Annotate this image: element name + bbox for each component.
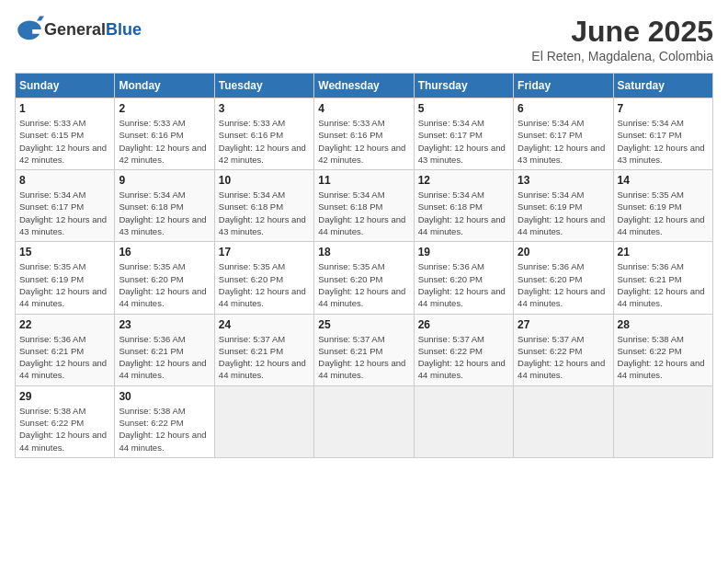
day-number: 17 (219, 246, 310, 259)
day-number: 29 (19, 390, 110, 403)
calendar-day-cell: 21Sunrise: 5:36 AM Sunset: 6:21 PM Dayli… (613, 242, 712, 314)
calendar-day-cell (613, 385, 712, 457)
day-info: Sunrise: 5:38 AM Sunset: 6:22 PM Dayligh… (19, 405, 110, 454)
day-number: 28 (618, 318, 709, 331)
title-area: June 2025 El Reten, Magdalena, Colombia (531, 15, 713, 63)
day-info: Sunrise: 5:35 AM Sunset: 6:20 PM Dayligh… (318, 260, 409, 309)
calendar-day-cell: 7Sunrise: 5:34 AM Sunset: 6:17 PM Daylig… (613, 98, 712, 170)
day-info: Sunrise: 5:35 AM Sunset: 6:19 PM Dayligh… (19, 260, 110, 309)
day-number: 18 (318, 246, 409, 259)
calendar-day-cell (314, 385, 414, 457)
weekday-header-tuesday: Tuesday (214, 74, 313, 98)
day-number: 3 (219, 102, 310, 115)
calendar-day-cell: 1Sunrise: 5:33 AM Sunset: 6:15 PM Daylig… (16, 98, 115, 170)
day-info: Sunrise: 5:37 AM Sunset: 6:21 PM Dayligh… (219, 333, 310, 382)
weekday-header-monday: Monday (115, 74, 214, 98)
day-number: 24 (219, 318, 310, 331)
day-number: 4 (318, 102, 409, 115)
calendar-table: SundayMondayTuesdayWednesdayThursdayFrid… (15, 73, 713, 458)
day-info: Sunrise: 5:34 AM Sunset: 6:17 PM Dayligh… (618, 117, 709, 166)
weekday-header-thursday: Thursday (414, 74, 513, 98)
day-info: Sunrise: 5:34 AM Sunset: 6:17 PM Dayligh… (518, 117, 609, 166)
calendar-day-cell: 5Sunrise: 5:34 AM Sunset: 6:17 PM Daylig… (414, 98, 513, 170)
calendar-day-cell: 28Sunrise: 5:38 AM Sunset: 6:22 PM Dayli… (613, 314, 712, 385)
month-title: June 2025 (531, 15, 713, 49)
location-title: El Reten, Magdalena, Colombia (531, 49, 713, 63)
calendar-day-cell: 3Sunrise: 5:33 AM Sunset: 6:16 PM Daylig… (214, 98, 313, 170)
day-info: Sunrise: 5:34 AM Sunset: 6:18 PM Dayligh… (119, 189, 210, 237)
calendar-day-cell (214, 385, 313, 457)
day-number: 22 (19, 318, 110, 331)
day-info: Sunrise: 5:33 AM Sunset: 6:15 PM Dayligh… (19, 117, 110, 166)
weekday-header-saturday: Saturday (613, 74, 712, 98)
day-number: 9 (119, 174, 210, 187)
calendar-day-cell: 2Sunrise: 5:33 AM Sunset: 6:16 PM Daylig… (115, 98, 214, 170)
calendar-day-cell: 18Sunrise: 5:35 AM Sunset: 6:20 PM Dayli… (314, 242, 414, 314)
calendar-week-row: 1Sunrise: 5:33 AM Sunset: 6:15 PM Daylig… (16, 98, 713, 170)
calendar-day-cell: 13Sunrise: 5:34 AM Sunset: 6:19 PM Dayli… (514, 170, 613, 242)
day-number: 23 (119, 318, 210, 331)
calendar-day-cell: 9Sunrise: 5:34 AM Sunset: 6:18 PM Daylig… (115, 170, 214, 242)
calendar-day-cell (514, 385, 613, 457)
day-info: Sunrise: 5:37 AM Sunset: 6:22 PM Dayligh… (418, 333, 509, 382)
logo: GeneralBlue (15, 15, 142, 44)
day-number: 8 (19, 174, 110, 187)
day-info: Sunrise: 5:38 AM Sunset: 6:22 PM Dayligh… (618, 333, 709, 382)
day-number: 5 (418, 102, 509, 115)
day-number: 6 (518, 102, 609, 115)
calendar-week-row: 15Sunrise: 5:35 AM Sunset: 6:19 PM Dayli… (16, 242, 713, 314)
day-info: Sunrise: 5:36 AM Sunset: 6:21 PM Dayligh… (119, 333, 210, 382)
day-info: Sunrise: 5:35 AM Sunset: 6:20 PM Dayligh… (119, 260, 210, 309)
day-number: 1 (19, 102, 110, 115)
day-number: 16 (119, 246, 210, 259)
calendar-day-cell: 25Sunrise: 5:37 AM Sunset: 6:21 PM Dayli… (314, 314, 414, 385)
calendar-week-row: 8Sunrise: 5:34 AM Sunset: 6:17 PM Daylig… (16, 170, 713, 242)
calendar-header-row: SundayMondayTuesdayWednesdayThursdayFrid… (16, 74, 713, 98)
day-info: Sunrise: 5:34 AM Sunset: 6:17 PM Dayligh… (418, 117, 509, 166)
calendar-day-cell: 12Sunrise: 5:34 AM Sunset: 6:18 PM Dayli… (414, 170, 513, 242)
weekday-header-sunday: Sunday (16, 74, 115, 98)
day-number: 10 (219, 174, 310, 187)
day-number: 15 (19, 246, 110, 259)
day-info: Sunrise: 5:38 AM Sunset: 6:22 PM Dayligh… (119, 405, 210, 454)
day-number: 27 (518, 318, 609, 331)
day-info: Sunrise: 5:37 AM Sunset: 6:21 PM Dayligh… (318, 333, 409, 382)
calendar-day-cell: 14Sunrise: 5:35 AM Sunset: 6:19 PM Dayli… (613, 170, 712, 242)
day-number: 13 (518, 174, 609, 187)
weekday-header-wednesday: Wednesday (314, 74, 414, 98)
day-number: 30 (119, 390, 210, 403)
calendar-day-cell: 20Sunrise: 5:36 AM Sunset: 6:20 PM Dayli… (514, 242, 613, 314)
calendar-day-cell: 8Sunrise: 5:34 AM Sunset: 6:17 PM Daylig… (16, 170, 115, 242)
calendar-day-cell: 15Sunrise: 5:35 AM Sunset: 6:19 PM Dayli… (16, 242, 115, 314)
calendar-day-cell: 23Sunrise: 5:36 AM Sunset: 6:21 PM Dayli… (115, 314, 214, 385)
day-number: 7 (618, 102, 709, 115)
day-number: 21 (618, 246, 709, 259)
day-info: Sunrise: 5:36 AM Sunset: 6:21 PM Dayligh… (19, 333, 110, 382)
day-info: Sunrise: 5:34 AM Sunset: 6:19 PM Dayligh… (518, 189, 609, 237)
calendar-day-cell: 22Sunrise: 5:36 AM Sunset: 6:21 PM Dayli… (16, 314, 115, 385)
calendar-week-row: 29Sunrise: 5:38 AM Sunset: 6:22 PM Dayli… (16, 385, 713, 457)
calendar-day-cell: 11Sunrise: 5:34 AM Sunset: 6:18 PM Dayli… (314, 170, 414, 242)
day-number: 20 (518, 246, 609, 259)
day-info: Sunrise: 5:33 AM Sunset: 6:16 PM Dayligh… (119, 117, 210, 166)
calendar-day-cell: 4Sunrise: 5:33 AM Sunset: 6:16 PM Daylig… (314, 98, 414, 170)
day-info: Sunrise: 5:34 AM Sunset: 6:18 PM Dayligh… (318, 189, 409, 237)
logo-blue: Blue (106, 20, 142, 39)
page-header: GeneralBlue June 2025 El Reten, Magdalen… (15, 15, 713, 63)
day-info: Sunrise: 5:33 AM Sunset: 6:16 PM Dayligh… (219, 117, 310, 166)
day-info: Sunrise: 5:36 AM Sunset: 6:21 PM Dayligh… (618, 260, 709, 309)
calendar-day-cell: 30Sunrise: 5:38 AM Sunset: 6:22 PM Dayli… (115, 385, 214, 457)
calendar-day-cell (414, 385, 513, 457)
day-number: 19 (418, 246, 509, 259)
calendar-day-cell: 16Sunrise: 5:35 AM Sunset: 6:20 PM Dayli… (115, 242, 214, 314)
day-number: 26 (418, 318, 509, 331)
calendar-day-cell: 29Sunrise: 5:38 AM Sunset: 6:22 PM Dayli… (16, 385, 115, 457)
day-info: Sunrise: 5:34 AM Sunset: 6:17 PM Dayligh… (19, 189, 110, 237)
day-info: Sunrise: 5:35 AM Sunset: 6:20 PM Dayligh… (219, 260, 310, 309)
day-info: Sunrise: 5:36 AM Sunset: 6:20 PM Dayligh… (518, 260, 609, 309)
day-number: 2 (119, 102, 210, 115)
calendar-day-cell: 17Sunrise: 5:35 AM Sunset: 6:20 PM Dayli… (214, 242, 313, 314)
day-number: 11 (318, 174, 409, 187)
logo-general: General (44, 20, 106, 39)
day-number: 14 (618, 174, 709, 187)
